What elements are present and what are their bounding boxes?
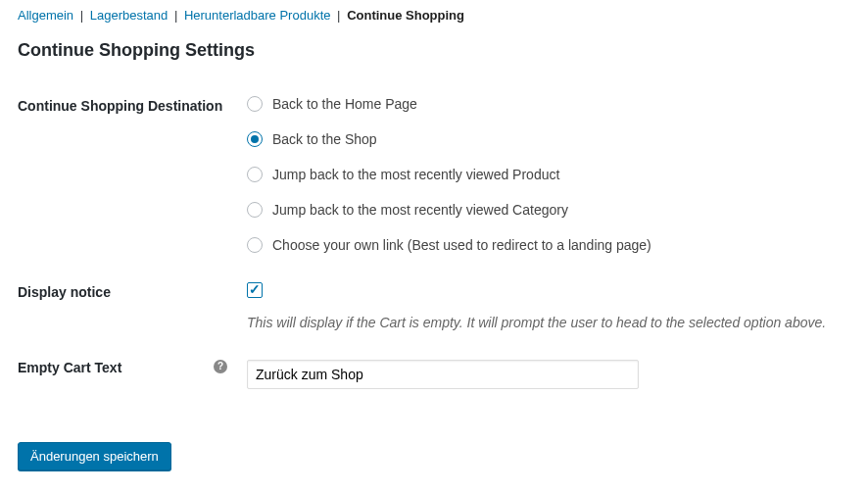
radio-option-home[interactable]: Back to the Home Page [247,96,850,112]
radio-label: Choose your own link (Best used to redir… [272,237,651,253]
field-destination: Continue Shopping Destination Back to th… [18,96,850,253]
radio-label: Jump back to the most recently viewed Pr… [272,167,559,182]
tab-general[interactable]: Allgemein [18,8,73,23]
radio-custom[interactable] [247,237,263,253]
destination-label: Continue Shopping Destination [18,96,247,114]
radio-category[interactable] [247,202,263,218]
radio-option-shop[interactable]: Back to the Shop [247,131,850,147]
tab-downloadable[interactable]: Herunterladbare Produkte [184,8,331,23]
display-notice-description: This will display if the Cart is empty. … [247,315,850,330]
help-icon[interactable]: ? [214,360,227,373]
radio-home[interactable] [247,96,263,112]
destination-options: Back to the Home Page Back to the Shop J… [247,96,850,253]
radio-product[interactable] [247,167,263,182]
radio-option-product[interactable]: Jump back to the most recently viewed Pr… [247,167,850,182]
radio-label: Back to the Home Page [272,96,417,112]
empty-cart-label: Empty Cart Text [18,360,121,375]
page-title: Continue Shopping Settings [18,40,850,61]
empty-cart-input[interactable] [247,360,639,389]
separator: | [337,8,340,23]
settings-tabs: Allgemein | Lagerbestand | Herunterladba… [18,8,850,23]
radio-shop[interactable] [247,131,263,147]
separator: | [174,8,177,23]
separator: | [80,8,83,23]
tab-inventory[interactable]: Lagerbestand [90,8,169,23]
radio-label: Jump back to the most recently viewed Ca… [272,202,568,218]
save-button[interactable]: Änderungen speichern [18,442,171,470]
radio-option-custom[interactable]: Choose your own link (Best used to redir… [247,237,850,253]
display-notice-checkbox[interactable] [247,282,263,298]
tab-continue-shopping[interactable]: Continue Shopping [347,8,464,23]
radio-option-category[interactable]: Jump back to the most recently viewed Ca… [247,202,850,218]
display-notice-field: This will display if the Cart is empty. … [247,282,850,330]
display-notice-label: Display notice [18,282,247,300]
radio-label: Back to the Shop [272,131,377,147]
field-display-notice: Display notice This will display if the … [18,282,850,330]
field-empty-cart-text: Empty Cart Text ? [18,360,850,389]
